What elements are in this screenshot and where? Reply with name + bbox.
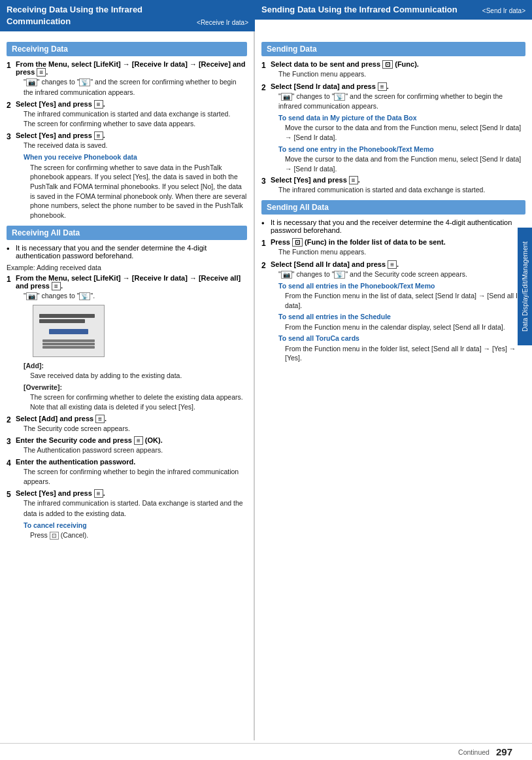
all-step-4-body: The screen for confirming whether to beg…: [24, 467, 247, 487]
page-body: Receiving Data 1 From the Menu, select […: [0, 31, 532, 740]
all-step-3-content: Enter the Security code and press ≡ (OK)…: [16, 436, 247, 455]
bullet-dot: •: [7, 244, 16, 254]
step-num-1: 1: [7, 60, 16, 70]
all-step-num-5: 5: [7, 489, 16, 499]
all-step-2: 2 Select [Add] and press ≡. The Security…: [7, 415, 247, 434]
right-header-box: Sending Data Using the Infrared Communic…: [255, 0, 532, 20]
send-step-num-2: 2: [261, 82, 271, 92]
send-step-2-h1-body: Move the cursor to the data and from the…: [285, 123, 525, 142]
receiving-step-2: 2 Select [Yes] and press ≡. The infrared…: [7, 100, 247, 129]
step-3-content: Select [Yes] and press ≡. The received d…: [16, 131, 247, 220]
sending-data-header: Sending Data: [261, 42, 525, 56]
all-step-4-content: Enter the authentication password. The s…: [16, 458, 247, 487]
send-step-num-1: 1: [261, 60, 271, 70]
send-step-1: 1 Select data to be sent and press ⊡ (Fu…: [261, 60, 525, 79]
all-step-num-1: 1: [7, 274, 16, 284]
bullet-row-1: • It is necessary that you and the sende…: [7, 244, 247, 260]
send-all-step-2-content: Select [Send all Ir data] and press ≡. "…: [271, 260, 525, 363]
send-step-3: 3 Select [Yes] and press ≡. The infrared…: [261, 176, 525, 195]
step-5-highlight-body: Press ⊡ (Cancel).: [30, 530, 247, 540]
send-step-3-body: The infrared communication is started an…: [278, 185, 525, 195]
step-3-highlight: When you receive Phonebook data: [24, 152, 247, 162]
send-step-1-content: Select data to be sent and press ⊡ (Func…: [271, 60, 525, 79]
all-step-3: 3 Enter the Security code and press ≡ (O…: [7, 436, 247, 455]
send-all-h2-body: From the Function menu in the calendar d…: [285, 322, 525, 332]
overwrite-label: [Overwrite]:: [24, 383, 247, 392]
send-step-1-title: Select data to be sent and press ⊡ (Func…: [271, 60, 419, 68]
left-header-box: Receiving Data Using the Infrared Commun…: [0, 0, 255, 31]
send-all-step-num-2: 2: [261, 260, 271, 270]
right-header-subtitle: <Send Ir data>: [482, 7, 525, 16]
screen-line-2: [39, 319, 85, 323]
sending-all-data-header: Sending All Data: [261, 200, 525, 215]
all-step-5-body: The infrared communication is started. D…: [24, 498, 247, 540]
all-step-2-content: Select [Add] and press ≡. The Security c…: [16, 415, 247, 434]
add-body: Save received data by adding to the exis…: [30, 371, 247, 381]
page-headers: Receiving Data Using the Infrared Commun…: [0, 0, 532, 31]
all-step-4-title: Enter the authentication password.: [16, 458, 135, 466]
receiving-all-data-header: Receiving All Data: [7, 226, 247, 240]
screen-highlight: [49, 329, 88, 334]
all-step-5: 5 Select [Yes] and press ≡. The infrared…: [7, 489, 247, 540]
send-all-step-1-body: The Function menu appears.: [278, 247, 525, 257]
all-step-2-body: The Security code screen appears.: [24, 424, 247, 434]
step-3-title: Select [Yes] and press ≡.: [16, 131, 105, 139]
left-header-title: Receiving Data Using the Infrared Commun…: [7, 4, 197, 27]
send-step-2-h1: To send data in My picture of the Data B…: [278, 113, 525, 123]
send-all-step-1-title: Press ⊡ (Func) in the folder list of dat…: [271, 238, 446, 246]
all-step-4: 4 Enter the authentication password. The…: [7, 458, 247, 487]
step-5-highlight: To cancel receiving: [24, 521, 247, 530]
send-all-step-2: 2 Select [Send all Ir data] and press ≡.…: [261, 260, 525, 363]
all-step-1: 1 From the Menu, select [LifeKit] → [Rec…: [7, 274, 247, 412]
receiving-step-3: 3 Select [Yes] and press ≡. The received…: [7, 131, 247, 220]
all-step-1-body: "📷" changes to "📡".: [24, 291, 247, 412]
right-column: Sending Data 1 Select data to be sent an…: [255, 31, 532, 740]
send-all-h1-body: From the Function menu in the list of da…: [285, 291, 525, 310]
send-all-step-2-body: "📷" changes to "📡" and the Security code…: [278, 269, 525, 363]
all-step-3-body: The Authentication password screen appea…: [24, 445, 247, 455]
step-1-content: From the Menu, select [LifeKit] → [Recei…: [16, 60, 247, 97]
screen-line-1: [39, 314, 95, 318]
all-step-5-content: Select [Yes] and press ≡. The infrared c…: [16, 489, 247, 540]
footer-continued: Continued: [458, 748, 490, 756]
left-column: Receiving Data 1 From the Menu, select […: [0, 31, 255, 740]
all-step-num-2: 2: [7, 415, 16, 424]
send-all-h2: To send all entries in the Schedule: [278, 312, 525, 322]
send-all-step-num-1: 1: [261, 238, 271, 248]
all-step-3-title: Enter the Security code and press ≡ (OK)…: [16, 436, 163, 444]
all-step-5-title: Select [Yes] and press ≡.: [16, 489, 105, 497]
send-all-h3: To send all ToruCa cards: [278, 334, 525, 343]
left-page-header: Receiving Data Using the Infrared Commun…: [0, 0, 255, 31]
overwrite-body: The screen for confirming whether to del…: [30, 392, 247, 411]
step-1-body: "📷" changes to "📡" and the screen for co…: [24, 77, 247, 97]
step-num-2: 2: [7, 100, 16, 110]
page-footer: Continued 297: [0, 743, 532, 760]
screen-row-1: [42, 339, 95, 342]
send-all-bullet-text: It is necessary that you and the receive…: [271, 218, 525, 234]
screen-row-3: [42, 346, 95, 349]
right-header-title: Sending Data Using the Infrared Communic…: [261, 4, 457, 16]
send-all-h1: To send all entries in the Phonebook/Tex…: [278, 281, 525, 291]
receiving-step-1: 1 From the Menu, select [LifeKit] → [Rec…: [7, 60, 247, 97]
send-step-2-content: Select [Send Ir data] and press ≡. "📷" c…: [271, 82, 525, 174]
example-label: Example: Adding received data: [7, 264, 247, 271]
send-step-3-content: Select [Yes] and press ≡. The infrared c…: [271, 176, 525, 195]
phone-screen: [39, 313, 98, 349]
bullet-text: It is necessary that you and the sender …: [16, 244, 247, 260]
all-step-num-4: 4: [7, 458, 16, 468]
send-step-2-h2-body: Move the cursor to the data and from the…: [285, 154, 525, 173]
all-step-2-title: Select [Add] and press ≡.: [16, 415, 107, 423]
send-all-step-1: 1 Press ⊡ (Func) in the folder list of d…: [261, 238, 525, 257]
step-1-title: From the Menu, select [LifeKit] → [Recei…: [16, 60, 245, 76]
step-3-body: The received data is saved. When you rec…: [24, 141, 247, 220]
send-all-bullet-row: • It is necessary that you and the recei…: [261, 218, 525, 234]
send-step-2: 2 Select [Send Ir data] and press ≡. "📷"…: [261, 82, 525, 174]
screen-row-2: [42, 343, 95, 345]
send-step-2-body: "📷" changes to "📡" and the screen for co…: [278, 92, 525, 174]
step-3-highlight-body: The screen for confirming whether to sav…: [30, 163, 247, 220]
send-all-bullet-dot: •: [261, 218, 271, 228]
step-2-content: Select [Yes] and press ≡. The infrared c…: [16, 100, 247, 129]
all-step-num-3: 3: [7, 436, 16, 446]
footer-page-num: 297: [496, 746, 512, 757]
all-step-1-title: From the Menu, select [LifeKit] → [Recei…: [16, 274, 241, 290]
